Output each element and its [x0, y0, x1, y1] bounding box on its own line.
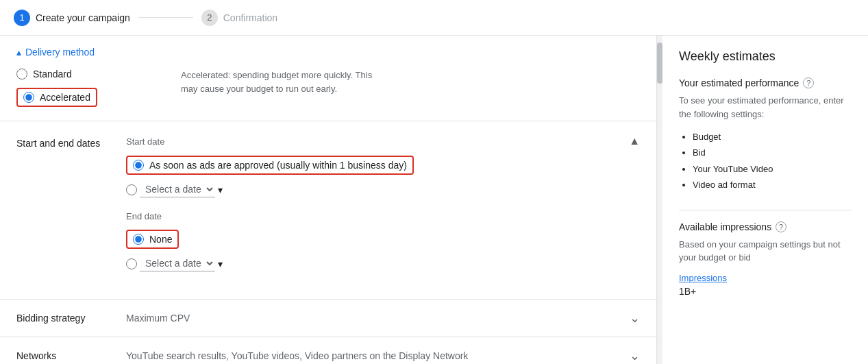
impressions-label[interactable]: Impressions — [679, 273, 852, 283]
available-impressions-title: Available impressions ? — [679, 221, 852, 232]
accelerated-description: Accelerated: spending budget more quickl… — [181, 69, 373, 95]
chevron-up-icon: ▴ — [16, 47, 21, 58]
networks-label: Networks — [16, 350, 126, 361]
accelerated-option[interactable]: Accelerated — [16, 88, 153, 107]
accelerated-highlight-box: Accelerated — [16, 88, 97, 107]
sidebar-title: Weekly estimates — [679, 49, 852, 64]
start-date-select[interactable]: Select a date — [140, 182, 215, 197]
performance-description: To see your estimated performance, enter… — [679, 94, 852, 121]
sidebar-divider — [679, 210, 852, 210]
end-none-radio[interactable] — [133, 234, 144, 245]
end-select-date-option[interactable]: Select a date ▾ — [126, 256, 640, 271]
stepper-bar: 1 Create your campaign 2 Confirmation — [0, 0, 868, 36]
delivery-method-section: ▴ Delivery method Standard Accelerated — [0, 36, 656, 121]
delivery-options: Standard Accelerated Accelerated: spendi… — [16, 69, 640, 107]
end-date-label: End date — [126, 211, 640, 221]
end-date-group: End date None Select a date ▾ — [126, 211, 640, 271]
networks-section[interactable]: Networks YouTube search results, YouTube… — [0, 337, 656, 364]
dates-content: Start date ▲ As soon as ads are approved… — [126, 135, 640, 285]
bidding-strategy-section[interactable]: Bidding strategy Maximum CPV ⌄ — [0, 300, 656, 337]
start-select-radio[interactable] — [126, 184, 137, 195]
step-2-circle: 2 — [201, 10, 218, 26]
start-date-group: Start date ▲ As soon as ads are approved… — [126, 135, 640, 197]
available-impressions-section: Available impressions ? Based on your ca… — [679, 221, 852, 297]
networks-chevron-icon: ⌄ — [630, 348, 640, 363]
start-dropdown-icon: ▾ — [218, 184, 223, 195]
start-asap-highlight: As soon as ads are approved (usually wit… — [126, 156, 414, 175]
delivery-method-toggle[interactable]: ▴ Delivery method — [16, 47, 640, 58]
content-area: ▴ Delivery method Standard Accelerated — [0, 36, 657, 364]
impressions-description: Based on your campaign settings but not … — [679, 238, 852, 265]
sidebar: Weekly estimates Your estimated performa… — [662, 36, 868, 364]
end-date-select[interactable]: Select a date — [140, 256, 215, 271]
start-asap-label: As soon as ads are approved (usually wit… — [149, 160, 407, 171]
end-none-label: None — [149, 234, 172, 245]
performance-list: Budget Bid Your YouTube Video Video ad f… — [679, 129, 852, 193]
start-asap-radio[interactable] — [133, 160, 144, 171]
step-1-label: Create your campaign — [36, 12, 130, 23]
end-select-radio[interactable] — [126, 258, 137, 269]
performance-help-icon[interactable]: ? — [803, 77, 814, 88]
step-2[interactable]: 2 Confirmation — [201, 10, 277, 26]
step-connector — [138, 17, 193, 18]
end-date-header: End date — [126, 211, 640, 221]
start-date-collapse-icon[interactable]: ▲ — [629, 135, 640, 147]
networks-value: YouTube search results, YouTube videos, … — [126, 350, 630, 361]
standard-label: Standard — [33, 69, 72, 80]
bidding-strategy-label: Bidding strategy — [16, 313, 126, 324]
end-option-none[interactable]: None — [126, 230, 640, 249]
step-1-circle: 1 — [14, 10, 30, 26]
perf-list-budget: Budget — [693, 129, 852, 145]
end-dropdown-icon: ▾ — [218, 258, 223, 269]
dates-section: Start and end dates Start date ▲ As soon… — [0, 121, 656, 300]
estimated-performance-title: Your estimated performance ? — [679, 77, 852, 88]
perf-list-bid: Bid — [693, 145, 852, 160]
bidding-chevron-icon: ⌄ — [630, 311, 640, 326]
start-select-date-option[interactable]: Select a date ▾ — [126, 182, 640, 197]
estimated-performance-label: Your estimated performance — [679, 77, 799, 88]
accelerated-label: Accelerated — [40, 92, 90, 103]
end-none-highlight: None — [126, 230, 179, 249]
standard-option[interactable]: Standard — [16, 69, 153, 80]
scrollbar-thumb[interactable] — [657, 43, 662, 84]
estimated-performance-section: Your estimated performance ? To see your… — [679, 77, 852, 193]
impressions-value: 1B+ — [679, 286, 852, 297]
scrollbar[interactable] — [657, 36, 662, 364]
impressions-title-label: Available impressions — [679, 221, 771, 232]
perf-list-format: Video ad format — [693, 177, 852, 193]
standard-radio[interactable] — [16, 69, 27, 80]
dates-section-label: Start and end dates — [16, 135, 126, 285]
start-date-label: Start date — [126, 136, 629, 147]
start-date-header: Start date ▲ — [126, 135, 640, 147]
delivery-radio-group: Standard Accelerated — [16, 69, 153, 107]
bidding-strategy-value: Maximum CPV — [126, 313, 630, 324]
impressions-help-icon[interactable]: ? — [776, 221, 786, 232]
accelerated-radio[interactable] — [23, 92, 34, 103]
start-option-asap[interactable]: As soon as ads are approved (usually wit… — [126, 156, 640, 175]
step-2-label: Confirmation — [223, 12, 277, 23]
main-layout: ▴ Delivery method Standard Accelerated — [0, 36, 868, 364]
perf-list-video: Your YouTube Video — [693, 161, 852, 177]
step-1[interactable]: 1 Create your campaign — [14, 10, 130, 26]
delivery-method-label: Delivery method — [25, 47, 95, 58]
